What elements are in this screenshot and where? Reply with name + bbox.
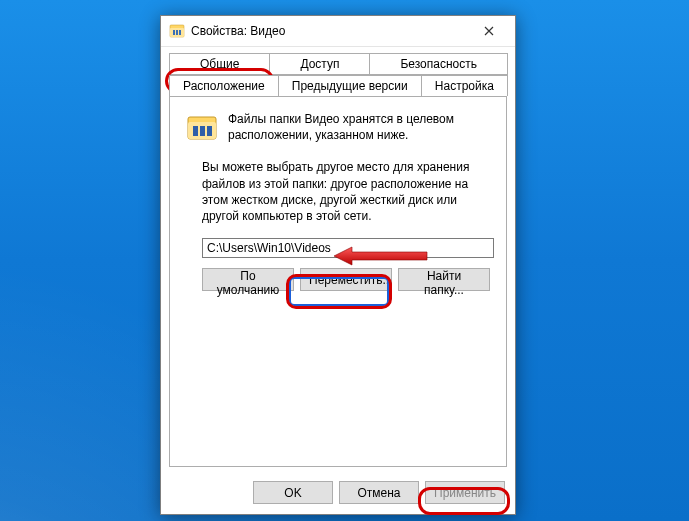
dialog-button-bar: OK Отмена Применить — [161, 473, 515, 514]
move-button[interactable]: Переместить... — [300, 268, 392, 291]
apply-button[interactable]: Применить — [425, 481, 505, 504]
svg-rect-9 — [207, 126, 212, 136]
tab-strip: Общие Доступ Безопасность Расположение П… — [161, 47, 515, 96]
tab-security[interactable]: Безопасность — [369, 53, 508, 75]
info-text: Файлы папки Видео хранятся в целевом рас… — [228, 111, 492, 143]
restore-default-button[interactable]: По умолчанию — [202, 268, 294, 291]
titlebar[interactable]: Свойства: Видео — [161, 16, 515, 47]
tab-sharing[interactable]: Доступ — [269, 53, 370, 75]
svg-rect-8 — [200, 126, 205, 136]
hint-text: Вы можете выбрать другое место для хране… — [202, 159, 490, 224]
properties-dialog: Свойства: Видео Общие Доступ Безопасност… — [160, 15, 516, 515]
svg-rect-7 — [193, 126, 198, 136]
desktop-background: Свойства: Видео Общие Доступ Безопасност… — [0, 0, 689, 521]
cancel-button[interactable]: Отмена — [339, 481, 419, 504]
svg-rect-3 — [176, 30, 178, 35]
tab-general[interactable]: Общие — [169, 53, 270, 75]
window-title: Свойства: Видео — [191, 24, 467, 38]
svg-rect-2 — [173, 30, 175, 35]
tab-customize[interactable]: Настройка — [421, 75, 508, 96]
tab-previous-versions[interactable]: Предыдущие версии — [278, 75, 422, 96]
svg-rect-4 — [179, 30, 181, 35]
videos-folder-large-icon — [186, 111, 218, 143]
location-path-input[interactable] — [202, 238, 494, 258]
video-folder-icon — [169, 23, 185, 39]
ok-button[interactable]: OK — [253, 481, 333, 504]
tab-panel-location: Файлы папки Видео хранятся в целевом рас… — [169, 96, 507, 467]
tab-location[interactable]: Расположение — [169, 75, 279, 96]
find-target-button[interactable]: Найти папку... — [398, 268, 490, 291]
close-button[interactable] — [467, 16, 511, 46]
